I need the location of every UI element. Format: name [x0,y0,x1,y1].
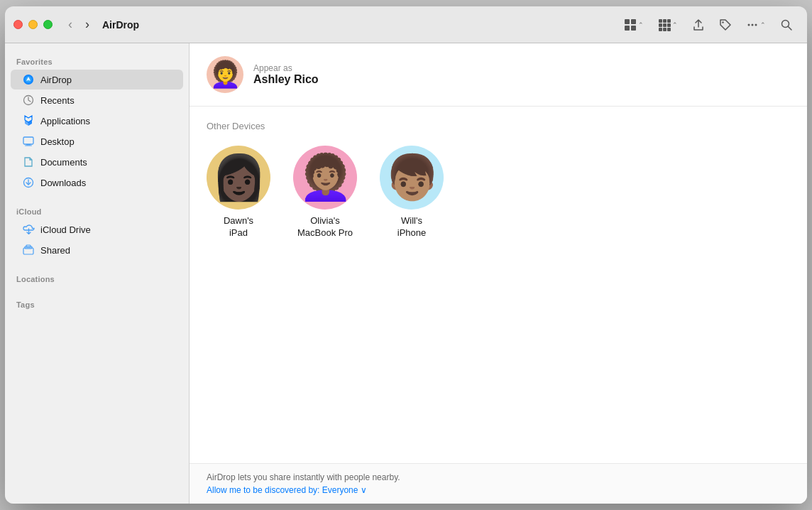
svg-point-16 [755,23,757,26]
olivia-device-name: Olivia'sMacBook Pro [297,215,353,239]
other-devices-title: Other Devices [207,121,790,131]
device-wills-iphone[interactable]: 👦🏽 Will'siPhone [380,146,444,239]
share-button[interactable] [686,16,710,34]
appear-as-label: Appear as [253,63,319,73]
grid2-icon [658,18,671,31]
icloud-header: iCloud [5,202,189,219]
discovery-settings-link[interactable]: Allow me to be discovered by: Everyone ∨ [207,485,790,495]
device-dawns-ipad[interactable]: 👩🏿 Dawn'siPad [207,146,270,239]
forward-button[interactable]: › [81,16,94,33]
dawn-device-name: Dawn'siPad [224,215,253,239]
svg-rect-4 [659,19,662,23]
svg-rect-10 [659,28,662,31]
svg-rect-6 [667,19,671,23]
grid-icon [624,18,637,31]
user-avatar: 👩‍🦱 [207,56,243,93]
view-toggle-button[interactable]: ⌃ [618,16,649,34]
documents-icon [22,156,35,168]
dawn-emoji: 👩🏿 [212,156,266,200]
nav-buttons: ‹ › [64,16,94,33]
sidebar-item-downloads[interactable]: Downloads [11,173,183,192]
svg-rect-22 [26,144,31,146]
sidebar-documents-label: Documents [40,157,87,168]
share-icon [692,18,705,31]
ellipsis-icon [746,18,759,31]
sidebar-item-documents[interactable]: Documents [11,152,183,172]
sidebar-item-desktop[interactable]: Desktop [11,131,183,151]
back-button[interactable]: ‹ [64,16,77,33]
shared-icon [22,244,35,256]
devices-section: Other Devices 👩🏿 Dawn'siPad 👩🏽‍🦱 [190,107,807,463]
icloud-drive-icon [22,223,35,236]
view2-button[interactable]: ⌃ [652,16,684,34]
traffic-lights [13,20,53,29]
sidebar-item-airdrop[interactable]: AirDrop [11,70,183,89]
finder-window: ‹ › AirDrop ⌃ [5,6,807,504]
svg-point-13 [722,21,723,23]
svg-rect-1 [631,19,636,24]
svg-rect-0 [625,19,630,24]
toolbar-right: ⌃ ⌃ [618,16,799,34]
more-button[interactable]: ⌃ [740,16,772,34]
svg-line-18 [789,26,792,30]
will-emoji: 👦🏽 [385,156,439,200]
view2-chevron: ⌃ [672,21,678,28]
svg-rect-2 [625,26,630,31]
sidebar-downloads-label: Downloads [40,178,86,188]
sidebar-item-shared[interactable]: Shared [11,240,183,260]
desktop-icon [22,135,35,148]
user-name: Ashley Rico [253,73,319,86]
appear-as-section: 👩‍🦱 Appear as Ashley Rico [190,43,807,107]
svg-rect-12 [667,28,671,31]
sidebar-desktop-label: Desktop [40,136,75,147]
applications-icon [22,114,35,127]
tag-button[interactable] [713,16,737,34]
maximize-button[interactable] [43,20,53,29]
locations-header: Locations [5,269,189,286]
titlebar: ‹ › AirDrop ⌃ [5,6,807,43]
olivia-avatar: 👩🏽‍🦱 [293,146,357,210]
will-avatar: 👦🏽 [380,146,444,210]
sidebar-item-recents[interactable]: Recents [11,90,183,110]
svg-point-15 [752,23,754,26]
svg-rect-7 [659,23,662,27]
search-icon [780,18,793,31]
svg-rect-9 [667,23,671,27]
svg-rect-3 [631,26,636,31]
discovery-link-text: Allow me to be discovered by: Everyone [207,485,358,495]
device-olivias-macbook[interactable]: 👩🏽‍🦱 Olivia'sMacBook Pro [293,146,357,239]
tag-icon [719,18,732,31]
svg-rect-21 [23,137,33,144]
olivia-emoji: 👩🏽‍🦱 [298,156,353,200]
search-button[interactable] [774,16,799,34]
view-chevron: ⌃ [638,21,644,28]
sidebar-shared-label: Shared [40,245,70,256]
footer-description: AirDrop lets you share instantly with pe… [207,472,790,482]
downloads-icon [22,176,35,189]
airdrop-sidebar-icon [22,73,35,86]
minimize-button[interactable] [28,20,38,29]
main-content: 👩‍🦱 Appear as Ashley Rico Other Devices … [190,43,807,504]
sidebar-item-icloud-drive[interactable]: iCloud Drive [11,219,183,239]
appear-as-text: Appear as Ashley Rico [253,63,319,86]
close-button[interactable] [13,20,23,29]
content-area: Favorites AirDrop [5,43,807,504]
will-device-name: Will'siPhone [397,215,426,239]
favorites-header: Favorites [5,52,189,69]
devices-grid: 👩🏿 Dawn'siPad 👩🏽‍🦱 Olivia'sMacBook Pro [207,146,790,239]
footer-section: AirDrop lets you share instantly with pe… [190,463,807,504]
more-chevron: ⌃ [760,21,766,28]
recents-icon [22,94,35,107]
sidebar-applications-label: Applications [40,116,90,126]
svg-rect-8 [663,23,666,27]
sidebar-icloud-drive-label: iCloud Drive [40,224,91,235]
discovery-chevron: ∨ [361,485,367,495]
svg-rect-5 [663,19,666,23]
svg-rect-11 [663,28,666,31]
sidebar-item-applications[interactable]: Applications [11,111,183,131]
svg-point-14 [748,23,750,26]
sidebar: Favorites AirDrop [5,43,190,504]
user-avatar-emoji: 👩‍🦱 [209,62,241,87]
sidebar-recents-label: Recents [40,95,75,106]
sidebar-airdrop-label: AirDrop [40,75,72,85]
